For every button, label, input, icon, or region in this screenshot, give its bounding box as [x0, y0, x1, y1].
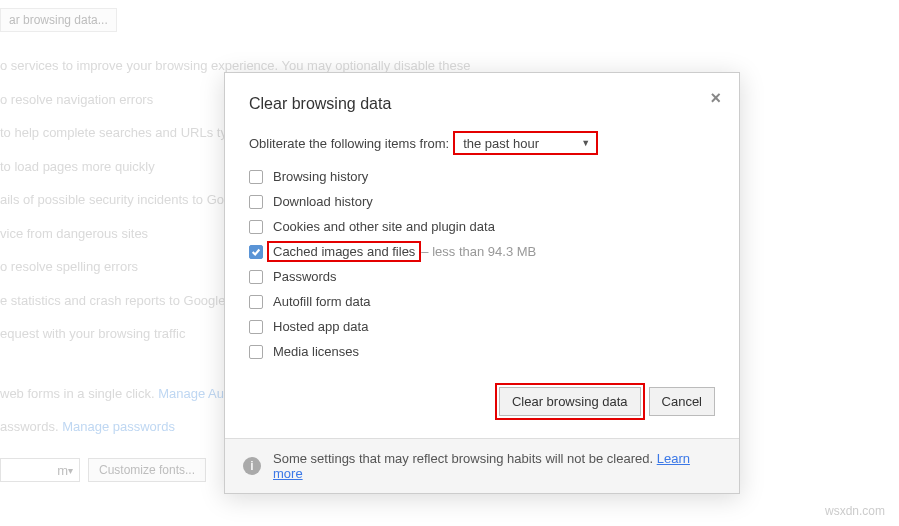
checkbox-label: Browsing history: [273, 169, 368, 184]
dialog-title: Clear browsing data: [249, 95, 715, 113]
list-item: Browsing history: [249, 169, 715, 184]
obliterate-label: Obliterate the following items from:: [249, 136, 449, 151]
checkbox-download-history[interactable]: [249, 195, 263, 209]
checkbox-list: Browsing history Download history Cookie…: [249, 169, 715, 359]
list-item: Media licenses: [249, 344, 715, 359]
list-item: Autofill form data: [249, 294, 715, 309]
checkbox-media-licenses[interactable]: [249, 345, 263, 359]
checkbox-label: Cached images and files – less than 94.3…: [273, 244, 536, 259]
dialog-actions: Clear browsing data Cancel: [249, 387, 715, 416]
checkbox-label: Passwords: [273, 269, 337, 284]
close-icon[interactable]: ×: [710, 89, 721, 107]
obliterate-row: Obliterate the following items from: the…: [249, 131, 715, 155]
time-range-select[interactable]: the past hour: [453, 131, 598, 155]
checkbox-browsing-history[interactable]: [249, 170, 263, 184]
checkbox-hosted-app[interactable]: [249, 320, 263, 334]
checkbox-cached-images[interactable]: [249, 245, 263, 259]
list-item: Hosted app data: [249, 319, 715, 334]
checkbox-cookies[interactable]: [249, 220, 263, 234]
checkbox-label: Hosted app data: [273, 319, 368, 334]
info-icon: i: [243, 457, 261, 475]
clear-browsing-data-button[interactable]: Clear browsing data: [499, 387, 641, 416]
watermark: wsxdn.com: [825, 504, 885, 518]
checkbox-label: Media licenses: [273, 344, 359, 359]
list-item: Passwords: [249, 269, 715, 284]
footer-text: Some settings that may reflect browsing …: [273, 451, 653, 466]
checkbox-autofill[interactable]: [249, 295, 263, 309]
clear-browsing-data-dialog: × Clear browsing data Obliterate the fol…: [224, 72, 740, 494]
checkbox-label: Autofill form data: [273, 294, 371, 309]
checkbox-passwords[interactable]: [249, 270, 263, 284]
checkbox-label: Download history: [273, 194, 373, 209]
list-item: Download history: [249, 194, 715, 209]
checkbox-label: Cookies and other site and plugin data: [273, 219, 495, 234]
cache-size-text: – less than 94.3 MB: [421, 244, 536, 259]
list-item: Cached images and files – less than 94.3…: [249, 244, 715, 259]
cancel-button[interactable]: Cancel: [649, 387, 715, 416]
list-item: Cookies and other site and plugin data: [249, 219, 715, 234]
dialog-footer: i Some settings that may reflect browsin…: [225, 438, 739, 493]
